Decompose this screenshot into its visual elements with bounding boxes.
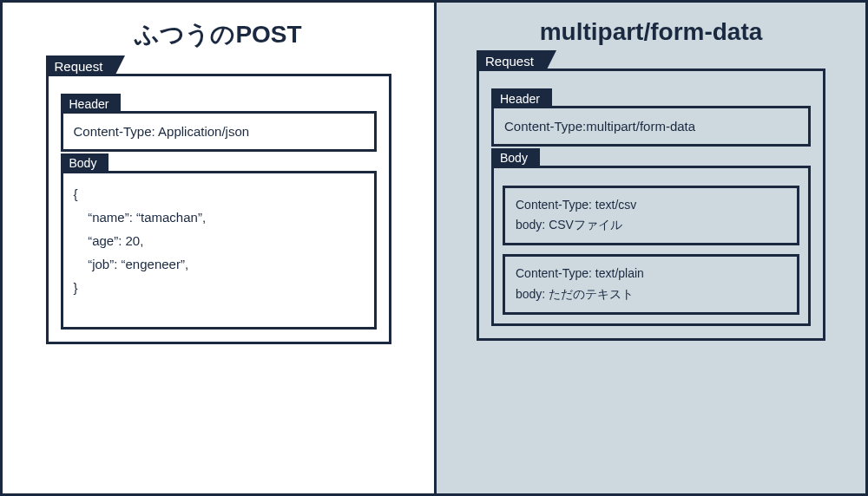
part-content-type-1: Content-Type: text/plain <box>516 264 786 284</box>
header-content-right: Content-Type:multipart/form-data <box>504 117 798 137</box>
body-tab-left: Body <box>61 153 109 173</box>
diagram-container: ふつうのPOST Request Header Content-Type: Ap… <box>0 0 868 496</box>
header-tab-right: Header <box>491 88 552 108</box>
panel-normal-post: ふつうのPOST Request Header Content-Type: Ap… <box>3 3 434 493</box>
body-part-1: Content-Type: text/plain body: ただのテキスト <box>503 254 799 315</box>
body-box-left: Body { “name”: “tamachan”, “age”: 20, “j… <box>61 171 377 330</box>
panel-title-left: ふつうのPOST <box>135 18 301 51</box>
part-body-0: body: CSVファイル <box>516 215 786 236</box>
request-box-left: Request Header Content-Type: Application… <box>46 74 391 344</box>
part-content-type-0: Content-Type: text/csv <box>516 195 786 216</box>
request-tab-left: Request <box>46 55 115 76</box>
request-tab-right: Request <box>477 50 546 71</box>
body-tab-right: Body <box>491 148 540 168</box>
part-body-1: body: ただのテキスト <box>516 284 786 305</box>
header-content-left: Content-Type: Application/json <box>74 122 364 142</box>
body-json-left: { “name”: “tamachan”, “age”: 20, “job”: … <box>74 180 364 320</box>
body-box-right: Body Content-Type: text/csv body: CSVファイ… <box>491 166 811 326</box>
request-box-right: Request Header Content-Type:multipart/fo… <box>477 69 825 341</box>
header-box-right: Header Content-Type:multipart/form-data <box>491 106 811 147</box>
header-box-left: Header Content-Type: Application/json <box>61 111 377 152</box>
panel-multipart: multipart/form-data Request Header Conte… <box>434 3 865 493</box>
panel-title-right: multipart/form-data <box>540 18 763 46</box>
header-tab-left: Header <box>61 94 122 114</box>
body-part-0: Content-Type: text/csv body: CSVファイル <box>503 186 799 246</box>
